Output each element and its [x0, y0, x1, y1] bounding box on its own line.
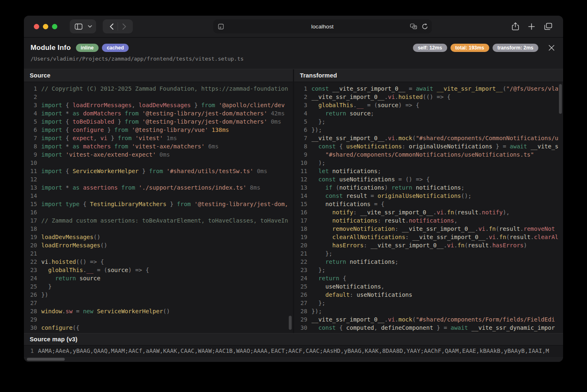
code-line: 9import 'vitest-axe/extend-expect' 0ms [27, 150, 293, 159]
line-number: 7 [27, 134, 37, 142]
line-number: 6 [297, 126, 307, 134]
code-line: 25 } [27, 282, 293, 291]
transformed-vertical-scrollbar[interactable] [559, 84, 562, 114]
code-line: 12 [27, 175, 293, 183]
line-number: 26 [27, 291, 37, 299]
timing-badge: self: 12ms [413, 44, 447, 52]
line-number: 11 [27, 167, 37, 175]
forward-button[interactable] [118, 20, 130, 33]
code-line: 21 }; [297, 249, 563, 258]
sidebar-menu-button[interactable] [86, 20, 94, 33]
zoom-window-button[interactable] [52, 24, 57, 29]
line-number: 28 [297, 307, 307, 315]
line-number: 17 [297, 216, 307, 225]
close-window-button[interactable] [34, 24, 39, 29]
line-number: 9 [297, 150, 307, 159]
source-map-viewer[interactable]: 1AAMA;AAeA,yBAAG,QAAQ,MAAM;AACf,aAAW,KAA… [24, 345, 563, 357]
chevron-down-icon [88, 25, 92, 28]
module-badge-inline: inline [76, 44, 99, 52]
line-number: 14 [297, 192, 307, 200]
line-number: 26 [297, 291, 307, 299]
code-line: 9 "#shared/components/CommonNotification… [297, 150, 563, 159]
line-number: 25 [27, 282, 37, 291]
line-number: 1 [27, 85, 37, 93]
back-button[interactable] [105, 20, 118, 33]
reload-icon[interactable] [422, 23, 428, 30]
code-line: 30 const { computed, defineComponent } =… [297, 324, 563, 332]
code-line: 18 [27, 225, 293, 233]
line-number: 5 [297, 117, 307, 126]
line-number: 11 [297, 167, 307, 175]
code-line: 23 globalThis.__ = (source) => { [27, 266, 293, 274]
line-number: 1 [297, 85, 307, 93]
new-tab-icon[interactable] [528, 23, 535, 30]
code-line: 4 return source; [297, 109, 563, 117]
line-number: 13 [27, 183, 37, 192]
code-line: 6}); [297, 126, 563, 134]
code-line: 3 globalThis.__ = (source) => { [297, 101, 563, 109]
timing-badge: total: 193ms [450, 44, 489, 52]
code-line: 17 notifications: result.notifications, [297, 216, 563, 225]
code-line: 19 clearAllNotifications: __vite_ssr_imp… [297, 233, 563, 241]
sidebar-toggle-button[interactable] [72, 20, 85, 33]
code-line: 29 [27, 315, 293, 324]
line-number: 16 [27, 208, 37, 216]
line-number: 10 [27, 159, 37, 167]
code-line: 13 if (notifications) return notificatio… [297, 183, 563, 192]
code-line: 16 [27, 208, 293, 216]
line-number: 6 [27, 126, 37, 134]
code-line: 7import { expect, vi } from 'vitest' 1ms [27, 134, 293, 142]
code-line: 28window.sw = new ServiceWorkerHelper() [27, 307, 293, 315]
source-vertical-scrollbar[interactable] [289, 316, 292, 330]
bottom-strip [24, 357, 563, 362]
share-icon[interactable] [512, 22, 519, 31]
code-line: 10 [27, 159, 293, 167]
timing-badge: transform: 2ms [493, 44, 538, 52]
source-panel-title: Source [24, 69, 293, 82]
source-code-viewer[interactable]: 1// Copyright (C) 2012-2025 Zammad Found… [24, 82, 293, 333]
code-line: 11 let notifications; [297, 167, 563, 175]
code-line: 30configure({ [27, 324, 293, 332]
code-line: 26}) [27, 291, 293, 299]
minimize-window-button[interactable] [43, 24, 48, 29]
code-line: 22 return notifications; [297, 258, 563, 266]
code-line: 24 return source [27, 274, 293, 282]
code-line: 2 [27, 93, 293, 101]
code-line: 25 useNotifications, [297, 282, 563, 291]
code-line: 29__vite_ssr_import_0__.vi.mock("#shared… [297, 315, 563, 324]
line-number: 28 [27, 307, 37, 315]
line-number: 23 [27, 266, 37, 274]
line-number: 30 [27, 324, 37, 332]
code-line: 17// Zammad custom assertions: toBeAvata… [27, 216, 293, 225]
source-map-horizontal-scrollbar[interactable] [27, 358, 65, 361]
line-number: 27 [297, 299, 307, 307]
line-number: 20 [27, 241, 37, 249]
line-number: 21 [27, 249, 37, 258]
line-number: 27 [27, 299, 37, 307]
line-number: 12 [297, 175, 307, 183]
address-bar[interactable]: localhost [213, 19, 432, 33]
line-number: 9 [27, 150, 37, 159]
line-number: 5 [27, 117, 37, 126]
code-line: 19loadDevMessages() [27, 233, 293, 241]
code-line: 13import * as assertions from './support… [27, 183, 293, 192]
line-number: 4 [297, 109, 307, 117]
code-line: 28}); [297, 307, 563, 315]
code-line: 4import * as domMatchers from '@testing-… [27, 109, 293, 117]
code-line: 20 hasErrors: __vite_ssr_import_0__.vi.f… [297, 241, 563, 249]
line-number: 24 [297, 274, 307, 282]
module-badge-cached: cached [102, 44, 129, 52]
code-line: 15 notifications = { [297, 200, 563, 208]
transformed-code-viewer[interactable]: 1const __vite_ssr_import_0__ = await __v… [294, 82, 563, 333]
source-panel: Source 1// Copyright (C) 2012-2025 Zamma… [24, 69, 293, 333]
line-number: 21 [297, 249, 307, 258]
module-file-path: /Users/vladimir/Projects/zammad/app/fron… [31, 56, 556, 62]
tab-overview-icon[interactable] [544, 23, 552, 30]
line-number: 8 [27, 142, 37, 150]
chevron-left-icon [110, 23, 113, 30]
line-number: 16 [297, 208, 307, 216]
code-line: 14 const result = originalUseNotificatio… [297, 192, 563, 200]
line-number: 19 [297, 233, 307, 241]
translate-icon[interactable] [410, 23, 417, 29]
close-panel-button[interactable] [547, 43, 556, 53]
